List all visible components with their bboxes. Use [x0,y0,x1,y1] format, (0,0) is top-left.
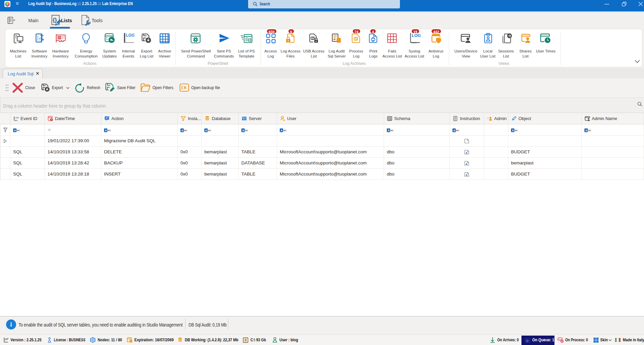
svg-text:A: A [280,129,282,132]
svg-text:A: A [466,162,468,165]
svg-text:BC: BC [184,129,187,131]
svg-text:LOG: LOG [412,33,421,38]
svg-text:A: A [453,129,455,132]
svg-text:LOG: LOG [126,33,134,38]
svg-text:BC: BC [515,129,518,131]
svg-text:A: A [242,129,244,132]
svg-text:A: A [14,129,16,132]
svg-text:LOG: LOG [15,117,19,119]
svg-text:BC: BC [456,129,459,131]
svg-text:A: A [105,129,107,132]
svg-text:A: A [181,129,183,132]
svg-text:A: A [205,129,207,132]
svg-text:A: A [512,129,514,132]
svg-text:A: A [387,129,389,132]
svg-text:BC: BC [208,129,211,131]
svg-text:BC: BC [588,129,591,131]
svg-text:BC: BC [391,129,394,131]
svg-text:BC: BC [17,129,20,131]
svg-text:BC: BC [283,129,286,131]
svg-text:A: A [585,129,587,132]
svg-text:3: 3 [7,338,8,340]
svg-text:A: A [466,151,468,154]
svg-text:A: A [466,174,468,177]
svg-text:BC: BC [245,129,248,131]
svg-text:BC: BC [108,129,111,131]
